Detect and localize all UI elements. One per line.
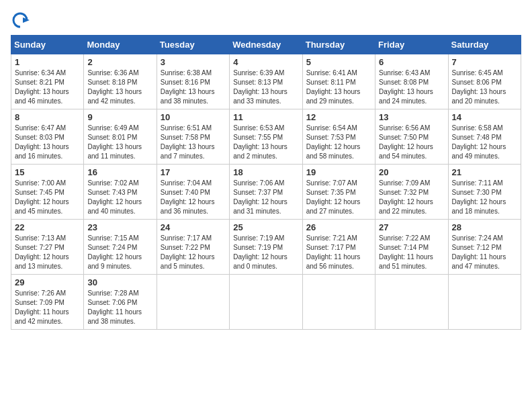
calendar-cell: 7 Sunrise: 6:45 AMSunset: 8:06 PMDayligh… [448, 54, 521, 109]
calendar-cell: 8 Sunrise: 6:47 AMSunset: 8:03 PMDayligh… [11, 109, 84, 165]
day-number: 23 [87, 222, 152, 232]
calendar-cell: 10 Sunrise: 6:51 AMSunset: 7:58 PMDaylig… [157, 109, 229, 165]
day-info: Sunrise: 7:19 AMSunset: 7:19 PMDaylight:… [233, 234, 298, 271]
day-info: Sunrise: 6:49 AMSunset: 8:01 PMDaylight:… [87, 124, 152, 161]
calendar-cell: 27 Sunrise: 7:22 AMSunset: 7:14 PMDaylig… [375, 220, 448, 275]
calendar-header-wednesday: Wednesday [230, 36, 302, 54]
day-number: 16 [87, 167, 152, 177]
day-info: Sunrise: 7:15 AMSunset: 7:24 PMDaylight:… [87, 234, 152, 271]
day-info: Sunrise: 6:41 AMSunset: 8:11 PMDaylight:… [306, 68, 371, 106]
calendar-table: SundayMondayTuesdayWednesdayThursdayFrid… [11, 35, 521, 330]
day-number: 10 [161, 112, 226, 122]
day-info: Sunrise: 6:39 AMSunset: 8:13 PMDaylight:… [233, 68, 298, 106]
day-number: 4 [233, 57, 298, 67]
calendar-cell: 9 Sunrise: 6:49 AMSunset: 8:01 PMDayligh… [84, 109, 157, 165]
day-number: 26 [306, 222, 371, 232]
calendar-cell: 24 Sunrise: 7:17 AMSunset: 7:22 PMDaylig… [157, 220, 229, 275]
day-number: 7 [452, 57, 517, 67]
day-info: Sunrise: 6:51 AMSunset: 7:58 PMDaylight:… [161, 124, 226, 161]
day-number: 27 [379, 222, 444, 232]
day-number: 19 [306, 167, 371, 177]
day-number: 28 [452, 222, 517, 232]
day-info: Sunrise: 6:56 AMSunset: 7:50 PMDaylight:… [379, 124, 444, 161]
day-info: Sunrise: 6:36 AMSunset: 8:18 PMDaylight:… [87, 68, 152, 106]
day-number: 3 [161, 57, 226, 67]
calendar-week-row-5: 29 Sunrise: 7:26 AMSunset: 7:09 PMDaylig… [11, 275, 521, 330]
calendar-cell: 3 Sunrise: 6:38 AMSunset: 8:16 PMDayligh… [157, 54, 229, 109]
day-info: Sunrise: 7:21 AMSunset: 7:17 PMDaylight:… [306, 234, 371, 271]
calendar-cell: 18 Sunrise: 7:06 AMSunset: 7:37 PMDaylig… [230, 165, 302, 220]
day-number: 9 [87, 112, 152, 122]
calendar-cell: 25 Sunrise: 7:19 AMSunset: 7:19 PMDaylig… [230, 220, 302, 275]
calendar-header-tuesday: Tuesday [157, 36, 229, 54]
day-number: 17 [161, 167, 226, 177]
calendar-cell: 12 Sunrise: 6:54 AMSunset: 7:53 PMDaylig… [302, 109, 375, 165]
day-info: Sunrise: 7:00 AMSunset: 7:45 PMDaylight:… [15, 179, 80, 216]
day-info: Sunrise: 7:22 AMSunset: 7:14 PMDaylight:… [379, 234, 444, 271]
calendar-cell: 26 Sunrise: 7:21 AMSunset: 7:17 PMDaylig… [302, 220, 375, 275]
page-header [11, 11, 521, 30]
day-info: Sunrise: 6:53 AMSunset: 7:55 PMDaylight:… [233, 124, 298, 161]
calendar-cell: 2 Sunrise: 6:36 AMSunset: 8:18 PMDayligh… [84, 54, 157, 109]
day-info: Sunrise: 7:24 AMSunset: 7:12 PMDaylight:… [452, 234, 517, 271]
calendar-week-row-1: 1 Sunrise: 6:34 AMSunset: 8:21 PMDayligh… [11, 54, 521, 109]
calendar-header-monday: Monday [84, 36, 157, 54]
day-info: Sunrise: 7:13 AMSunset: 7:27 PMDaylight:… [15, 234, 80, 271]
calendar-header-row: SundayMondayTuesdayWednesdayThursdayFrid… [11, 36, 521, 54]
day-number: 15 [15, 167, 80, 177]
day-number: 8 [15, 112, 80, 122]
logo [11, 11, 32, 30]
day-number: 24 [161, 222, 226, 232]
day-number: 5 [306, 57, 371, 67]
calendar-cell: 13 Sunrise: 6:56 AMSunset: 7:50 PMDaylig… [375, 109, 448, 165]
day-number: 20 [379, 167, 444, 177]
calendar-cell: 15 Sunrise: 7:00 AMSunset: 7:45 PMDaylig… [11, 165, 84, 220]
day-info: Sunrise: 7:07 AMSunset: 7:35 PMDaylight:… [306, 179, 371, 216]
calendar-cell: 14 Sunrise: 6:58 AMSunset: 7:48 PMDaylig… [448, 109, 521, 165]
day-number: 11 [233, 112, 298, 122]
day-info: Sunrise: 7:28 AMSunset: 7:06 PMDaylight:… [87, 289, 152, 326]
calendar-week-row-3: 15 Sunrise: 7:00 AMSunset: 7:45 PMDaylig… [11, 165, 521, 220]
day-number: 14 [452, 112, 517, 122]
day-number: 18 [233, 167, 298, 177]
logo-icon [11, 11, 30, 30]
day-info: Sunrise: 7:06 AMSunset: 7:37 PMDaylight:… [233, 179, 298, 216]
day-number: 12 [306, 112, 371, 122]
day-info: Sunrise: 6:45 AMSunset: 8:06 PMDaylight:… [452, 68, 517, 106]
calendar-cell: 20 Sunrise: 7:09 AMSunset: 7:32 PMDaylig… [375, 165, 448, 220]
calendar-cell: 17 Sunrise: 7:04 AMSunset: 7:40 PMDaylig… [157, 165, 229, 220]
day-info: Sunrise: 6:43 AMSunset: 8:08 PMDaylight:… [379, 68, 444, 106]
calendar-cell: 11 Sunrise: 6:53 AMSunset: 7:55 PMDaylig… [230, 109, 302, 165]
calendar-header-saturday: Saturday [448, 36, 521, 54]
calendar-week-row-2: 8 Sunrise: 6:47 AMSunset: 8:03 PMDayligh… [11, 109, 521, 165]
day-number: 6 [379, 57, 444, 67]
calendar-cell: 23 Sunrise: 7:15 AMSunset: 7:24 PMDaylig… [84, 220, 157, 275]
calendar-cell: 30 Sunrise: 7:28 AMSunset: 7:06 PMDaylig… [84, 275, 157, 330]
calendar-cell [302, 275, 375, 330]
calendar-cell [448, 275, 521, 330]
calendar-cell: 5 Sunrise: 6:41 AMSunset: 8:11 PMDayligh… [302, 54, 375, 109]
calendar-week-row-4: 22 Sunrise: 7:13 AMSunset: 7:27 PMDaylig… [11, 220, 521, 275]
day-number: 30 [87, 277, 152, 287]
calendar-header-sunday: Sunday [11, 36, 84, 54]
day-info: Sunrise: 6:47 AMSunset: 8:03 PMDaylight:… [15, 124, 80, 161]
day-info: Sunrise: 7:17 AMSunset: 7:22 PMDaylight:… [161, 234, 226, 271]
day-number: 21 [452, 167, 517, 177]
day-info: Sunrise: 7:26 AMSunset: 7:09 PMDaylight:… [15, 289, 80, 326]
calendar-cell [375, 275, 448, 330]
calendar-cell: 22 Sunrise: 7:13 AMSunset: 7:27 PMDaylig… [11, 220, 84, 275]
day-info: Sunrise: 6:38 AMSunset: 8:16 PMDaylight:… [161, 68, 226, 106]
day-number: 2 [87, 57, 152, 67]
day-info: Sunrise: 6:34 AMSunset: 8:21 PMDaylight:… [15, 68, 80, 106]
calendar-cell: 1 Sunrise: 6:34 AMSunset: 8:21 PMDayligh… [11, 54, 84, 109]
calendar-cell: 28 Sunrise: 7:24 AMSunset: 7:12 PMDaylig… [448, 220, 521, 275]
day-number: 13 [379, 112, 444, 122]
calendar-cell: 29 Sunrise: 7:26 AMSunset: 7:09 PMDaylig… [11, 275, 84, 330]
calendar-header-friday: Friday [375, 36, 448, 54]
day-info: Sunrise: 7:09 AMSunset: 7:32 PMDaylight:… [379, 179, 444, 216]
day-number: 29 [15, 277, 80, 287]
calendar-cell: 19 Sunrise: 7:07 AMSunset: 7:35 PMDaylig… [302, 165, 375, 220]
calendar-cell: 21 Sunrise: 7:11 AMSunset: 7:30 PMDaylig… [448, 165, 521, 220]
calendar-cell: 6 Sunrise: 6:43 AMSunset: 8:08 PMDayligh… [375, 54, 448, 109]
calendar-cell: 4 Sunrise: 6:39 AMSunset: 8:13 PMDayligh… [230, 54, 302, 109]
